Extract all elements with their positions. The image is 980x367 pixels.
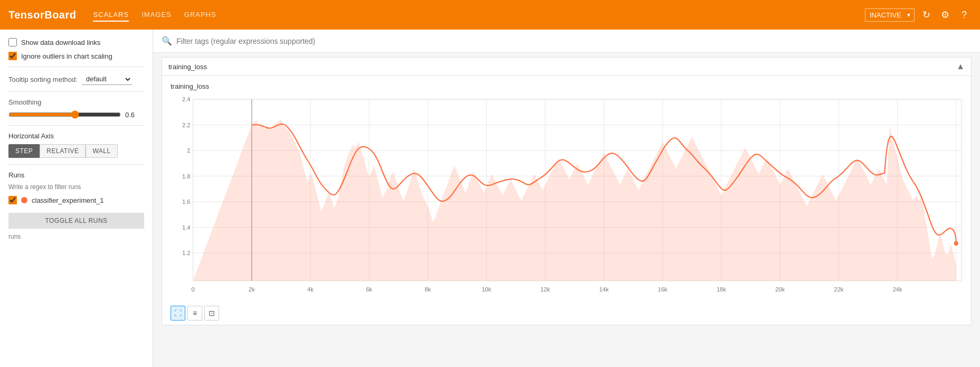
tooltip-sorting-select[interactable]: default ascending descending nearest [82,73,132,85]
axis-wall-button[interactable]: WALL [86,144,117,158]
show-download-checkbox[interactable] [8,38,17,46]
x-label-4k: 4k [307,286,314,293]
smoothing-slider[interactable] [8,110,121,119]
runs-section: Runs Write a regex to filter runs classi… [8,171,144,240]
search-bar: 🔍 [153,30,980,53]
chart-section-title: training_loss [168,63,207,71]
horizontal-axis-section: Horizontal Axis STEP RELATIVE WALL [8,132,144,158]
sidebar-divider-1 [8,67,144,67]
main-content: 🔍 training_loss ▲ training_loss [153,30,980,367]
sidebar-divider-3 [8,125,144,126]
show-download-label: Show data download links [21,39,100,46]
y-label-1.6: 1.6 [182,199,190,205]
run-checkbox[interactable] [8,196,17,204]
settings-icon[interactable]: ⚙ [938,7,953,22]
show-download-row: Show data download links [8,38,144,46]
ignore-outliers-label: Ignore outliers in chart scaling [21,52,112,60]
chart-area: training_loss ▲ training_loss [153,53,980,367]
collapse-icon[interactable]: ▲ [956,62,965,71]
chart-card-header: training_loss ▲ [162,58,971,76]
x-label-2k: 2k [249,286,255,293]
main-nav: SCALARS IMAGES GRAPHS [93,8,848,22]
tooltip-sorting-label: Tooltip sorting method: [8,76,78,83]
x-label-22k: 22k [834,286,843,293]
runs-filter-label: Write a regex to filter runs [8,183,144,191]
y-label-1.8: 1.8 [182,173,190,180]
tooltip-row: Tooltip sorting method: default ascendin… [8,73,144,85]
sidebar-divider-4 [8,164,144,165]
axis-buttons: STEP RELATIVE WALL [8,144,144,158]
axis-relative-button[interactable]: RELATIVE [40,144,86,158]
nav-images[interactable]: IMAGES [142,8,172,22]
header-right: INACTIVE ↻ ⚙ ? [865,7,972,22]
sidebar-divider-2 [8,91,144,92]
chart-card: training_loss ▲ training_loss [162,57,972,325]
ignore-outliers-checkbox[interactable] [8,52,17,60]
runs-section-label: Runs [8,171,144,179]
smoothing-value: 0.6 [125,111,144,119]
inactive-wrapper: INACTIVE [865,8,915,22]
run-item: classifier_experiment_1 [8,196,144,204]
search-input[interactable] [176,37,972,45]
axis-step-button[interactable]: STEP [8,144,40,158]
x-label-0: 0 [191,286,194,293]
main-layout: Show data download links Ignore outliers… [0,30,980,367]
x-label-8k: 8k [425,286,431,293]
fit-to-screen-button[interactable]: ⛶ [171,306,185,321]
x-label-10k: 10k [482,286,491,293]
ignore-outliers-row: Ignore outliers in chart scaling [8,52,144,60]
refresh-icon[interactable]: ↻ [919,7,934,22]
search-icon: 🔍 [162,36,172,46]
runs-footer: runs [8,233,144,240]
app-header: TensorBoard SCALARS IMAGES GRAPHS INACTI… [0,0,980,30]
x-label-12k: 12k [541,286,550,293]
inactive-select[interactable]: INACTIVE [865,8,915,22]
training-loss-chart: 2.4 2.2 2 1.8 1.6 1.4 1.2 0 2k 4k 6k [166,92,967,304]
y-label-1.2: 1.2 [182,250,190,256]
nav-scalars[interactable]: SCALARS [93,8,129,22]
chart-title: training_loss [166,80,967,92]
smoothing-row: 0.6 [8,110,144,119]
x-label-6k: 6k [366,286,372,293]
toggle-all-runs-button[interactable]: TOGGLE ALL RUNS [8,213,144,229]
x-label-20k: 20k [775,286,785,293]
horizontal-axis-label: Horizontal Axis [8,132,144,140]
data-view-button[interactable]: ≡ [187,306,202,321]
y-label-1.4: 1.4 [182,224,190,231]
smoothing-label: Smoothing [8,98,144,106]
x-label-18k: 18k [717,286,726,293]
chart-inner: training_loss [162,76,971,325]
y-label-2.2: 2.2 [182,122,190,128]
toggle-zoom-button[interactable]: ⊡ [204,306,219,321]
help-icon[interactable]: ? [957,7,972,22]
chart-end-dot [954,241,958,246]
run-name: classifier_experiment_1 [32,196,104,204]
run-color-dot [21,197,27,203]
nav-graphs[interactable]: GRAPHS [184,8,216,22]
y-label-2.4: 2.4 [182,96,190,102]
chart-svg-wrapper: 2.4 2.2 2 1.8 1.6 1.4 1.2 0 2k 4k 6k [166,92,967,304]
chart-controls: ⛶ ≡ ⊡ [166,304,967,323]
y-label-2.0: 2 [187,147,190,154]
x-label-16k: 16k [658,286,667,293]
x-label-14k: 14k [599,286,609,293]
sidebar: Show data download links Ignore outliers… [0,30,153,367]
x-label-24k: 24k [893,286,902,293]
app-logo: TensorBoard [8,9,76,21]
